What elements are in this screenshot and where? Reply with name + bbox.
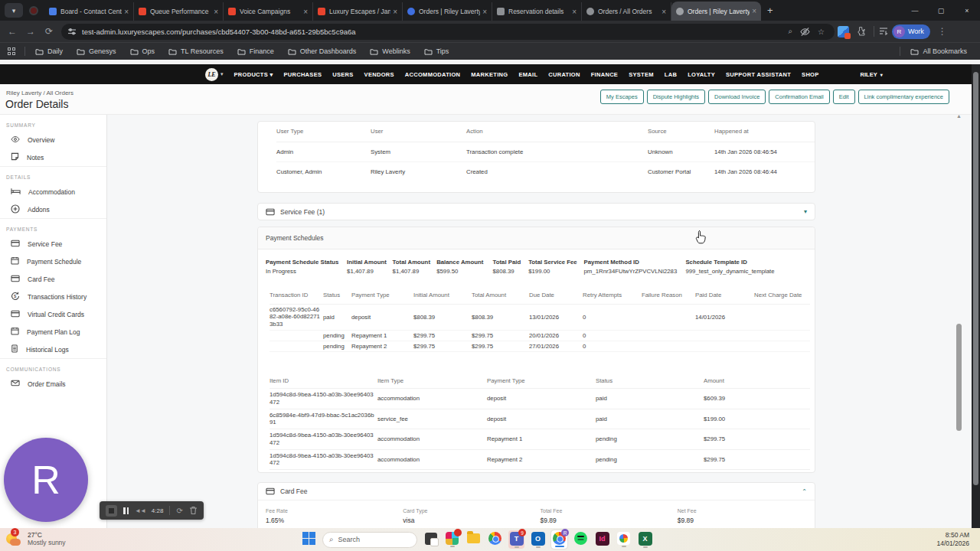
browser-menu-kebab-icon[interactable]: ⋮ <box>933 26 952 37</box>
find-in-page-icon[interactable]: ⌕ <box>788 27 792 36</box>
delete-recording-icon[interactable] <box>189 506 198 515</box>
pause-recording-button[interactable] <box>123 507 129 514</box>
nav-item-users[interactable]: USERS <box>332 71 353 78</box>
content-scroll-up-icon[interactable]: ▲ <box>956 113 962 119</box>
slack-app-button[interactable] <box>444 530 460 549</box>
all-bookmarks-button[interactable]: All Bookmarks <box>903 47 974 55</box>
new-tab-button[interactable]: + <box>767 5 773 16</box>
sidebar-item-card-fee[interactable]: Card Fee <box>0 270 106 288</box>
nav-item-marketing[interactable]: MARKETING <box>471 71 508 78</box>
tab-close-icon[interactable]: × <box>482 8 487 16</box>
tab-close-icon[interactable]: × <box>662 8 666 16</box>
browser-tab[interactable]: Luxury Escapes / Januar× <box>313 2 403 21</box>
bookmark-item[interactable]: Other Dashboards <box>281 47 364 55</box>
browser-scrollbar-thumb[interactable] <box>973 72 978 485</box>
browser-tab[interactable]: Orders | Riley Laverty | C× <box>671 2 761 21</box>
teams-button[interactable]: T 9 <box>508 530 524 549</box>
sidebar-item-accommodation[interactable]: Accommodation <box>0 183 106 201</box>
browser-tab[interactable]: Orders | Riley Laverty | C× <box>403 2 492 21</box>
browser-tab[interactable]: Orders / All Orders× <box>582 2 671 21</box>
download-invoice-button[interactable]: Download Invoice <box>708 90 766 104</box>
sidebar-item-transactions-history[interactable]: $Transactions History <box>0 288 106 305</box>
chevron-up-icon[interactable]: ⌃ <box>802 488 807 495</box>
bookmark-item[interactable]: Daily <box>28 47 70 55</box>
chrome-button[interactable] <box>487 530 503 549</box>
sidebar-item-order-emails[interactable]: Order Emails <box>0 375 106 393</box>
nav-item-shop[interactable]: SHOP <box>802 71 818 78</box>
sidebar-item-service-fee[interactable]: Service Fee <box>0 235 106 253</box>
bookmark-item[interactable]: Tips <box>417 47 456 55</box>
browser-tab[interactable]: Queue Performance× <box>134 2 224 21</box>
sidebar-item-payment-plan-log[interactable]: Payment Plan Log <box>0 323 106 341</box>
sidebar-item-historical-logs[interactable]: Historical Logs <box>0 341 106 358</box>
spotify-button[interactable] <box>573 530 589 549</box>
site-settings-icon[interactable] <box>67 27 77 36</box>
nav-item-products[interactable]: PRODUCTS ▾ <box>234 71 273 78</box>
window-minimize-button[interactable]: — <box>902 0 928 21</box>
nav-item-support-assistant[interactable]: SUPPORT ASSISTANT <box>726 71 791 78</box>
tab-close-icon[interactable]: × <box>752 7 756 15</box>
forward-icon[interactable]: → <box>21 26 40 37</box>
luxury-escapes-logo[interactable]: LE <box>205 68 218 81</box>
excel-button[interactable]: X <box>637 530 653 549</box>
confirmation-email-button[interactable]: Confirmation Email <box>769 90 829 104</box>
sidebar-item-payment-schedule[interactable]: Payment Schedule <box>0 253 106 270</box>
outlook-button[interactable]: O <box>530 530 546 549</box>
bookmark-item[interactable]: Weblinks <box>363 47 416 55</box>
nav-item-lab[interactable]: LAB <box>665 71 677 78</box>
address-bar[interactable]: test-admin.luxuryescapes.com/purchases/c… <box>61 24 835 40</box>
profile-button[interactable]: R Work <box>892 24 930 39</box>
chrome-active-button[interactable]: R <box>551 530 567 549</box>
nav-user-menu[interactable]: RILEY ▾ <box>861 71 883 78</box>
window-maximize-button[interactable]: ▢ <box>928 0 954 21</box>
bookmark-star-icon[interactable]: ☆ <box>818 28 825 36</box>
tab-close-icon[interactable]: × <box>214 8 218 16</box>
card-fee-header[interactable]: Card Fee ⌃ <box>258 483 815 500</box>
my-escapes-button[interactable]: My Escapes <box>600 90 644 104</box>
nav-item-finance[interactable]: FINANCE <box>591 71 618 78</box>
tab-close-icon[interactable]: × <box>393 8 397 16</box>
reload-icon[interactable]: ⟳ <box>40 26 58 37</box>
extension-icon[interactable] <box>838 26 849 37</box>
file-explorer-button[interactable] <box>466 530 482 549</box>
browser-tab[interactable]: Voice Campaigns× <box>224 2 313 21</box>
sidebar-item-addons[interactable]: Addons <box>0 201 106 218</box>
recording-avatar-bubble[interactable]: R <box>4 438 88 522</box>
bookmark-item[interactable]: Finance <box>230 47 281 55</box>
browser-scrollbar[interactable] <box>972 64 980 528</box>
content-scrollbar-thumb[interactable] <box>956 324 962 431</box>
service-fee-section[interactable]: Service Fee (1) ▾ <box>257 203 815 220</box>
breadcrumb[interactable]: Riley Laverty / All Orders <box>6 90 74 96</box>
sidebar-item-virtual-credit-cards[interactable]: Virtual Credit Cards <box>0 305 106 323</box>
back-icon[interactable]: ← <box>3 26 21 37</box>
logo-chevron-icon[interactable]: ▾ <box>220 71 224 77</box>
nav-item-purchases[interactable]: PURCHASES <box>283 71 322 78</box>
chevron-down-icon[interactable]: ▾ <box>804 208 807 215</box>
nav-item-vendors[interactable]: VENDORS <box>364 71 394 78</box>
photos-button[interactable] <box>616 530 632 549</box>
indesign-button[interactable]: Id <box>594 530 610 549</box>
nav-item-accommodation[interactable]: ACCOMMODATION <box>405 71 461 78</box>
restart-recording-icon[interactable]: ⟳ <box>176 507 182 515</box>
taskbar-clock[interactable]: 8:50 AM 14/01/2026 <box>936 531 969 548</box>
bookmark-item[interactable]: Ops <box>123 47 162 55</box>
start-button[interactable] <box>301 530 317 549</box>
taskbar-search[interactable]: ⌕ Search <box>322 532 417 548</box>
bookmark-item[interactable]: Genesys <box>70 47 123 55</box>
browser-tab[interactable]: Board - Contact Centre |× <box>44 2 134 21</box>
window-close-button[interactable]: × <box>954 0 980 21</box>
stop-recording-button[interactable] <box>106 505 117 517</box>
sidebar-item-overview[interactable]: Overview <box>0 131 106 148</box>
reading-list-icon[interactable] <box>878 26 889 37</box>
dispute-highlights-button[interactable]: Dispute Highlights <box>647 90 705 104</box>
tab-close-icon[interactable]: × <box>124 8 129 16</box>
browser-tab[interactable]: Reservation details× <box>492 2 582 21</box>
tab-close-icon[interactable]: × <box>303 8 308 16</box>
tab-close-icon[interactable]: × <box>572 8 577 16</box>
sidebar-item-notes[interactable]: Notes <box>0 148 106 166</box>
task-view-button[interactable] <box>423 530 439 549</box>
nav-item-curation[interactable]: CURATION <box>548 71 580 78</box>
bookmark-item[interactable]: TL Resources <box>162 47 230 55</box>
apps-grid-icon[interactable] <box>8 47 15 55</box>
rewind-icon[interactable]: ◄◄ <box>135 507 145 514</box>
